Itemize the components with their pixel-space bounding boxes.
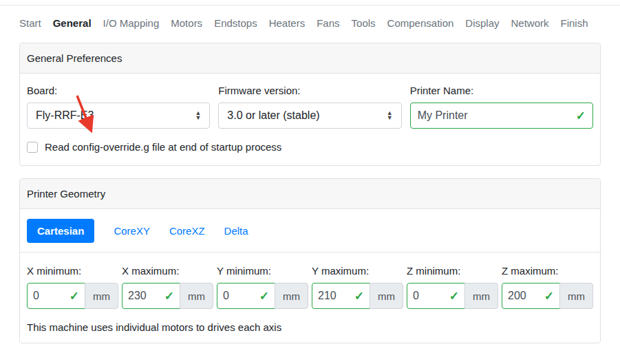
z-maximum-label: Z maximum: bbox=[502, 265, 593, 277]
nav-item-io-mapping[interactable]: I/O Mapping bbox=[103, 17, 160, 29]
y-minimum-input-wrap: ✓ bbox=[217, 283, 275, 309]
board-label: Board: bbox=[27, 85, 210, 96]
firmware-select[interactable]: 3.0 or later (stable) ▲ ▼ bbox=[218, 103, 401, 129]
nav-item-network[interactable]: Network bbox=[511, 17, 549, 29]
x-maximum-input[interactable] bbox=[128, 290, 164, 302]
nav-item-start[interactable]: Start bbox=[19, 17, 41, 29]
firmware-label: Firmware version: bbox=[218, 85, 401, 96]
unit-addon: mm bbox=[180, 283, 213, 309]
z-minimum-field: Z minimum: ✓ mm bbox=[407, 265, 498, 309]
general-preferences-card: General Preferences Board: Fly-RRF-E3 ▲ … bbox=[19, 43, 601, 166]
y-minimum-label: Y minimum: bbox=[217, 265, 308, 277]
x-minimum-input-wrap: ✓ bbox=[27, 283, 85, 309]
select-arrows-icon: ▲ ▼ bbox=[195, 111, 201, 120]
tab-corexz[interactable]: CoreXZ bbox=[169, 225, 205, 237]
x-minimum-label: X minimum: bbox=[27, 265, 118, 277]
nav-item-finish[interactable]: Finish bbox=[561, 17, 588, 29]
printer-name-input[interactable] bbox=[418, 109, 576, 122]
unit-addon: mm bbox=[370, 283, 403, 309]
x-maximum-input-wrap: ✓ bbox=[122, 283, 180, 309]
nav-item-endstops[interactable]: Endstops bbox=[214, 17, 257, 29]
y-maximum-field: Y maximum: ✓ mm bbox=[312, 265, 403, 309]
general-preferences-title: General Preferences bbox=[20, 43, 600, 74]
x-maximum-field: X maximum: ✓ mm bbox=[122, 265, 213, 309]
nav-item-motors[interactable]: Motors bbox=[171, 17, 202, 29]
tab-corexy[interactable]: CoreXY bbox=[114, 225, 150, 237]
valid-check-icon: ✓ bbox=[449, 290, 459, 302]
config-override-row: Read config-override.g file at end of st… bbox=[27, 141, 593, 153]
nav-item-heaters[interactable]: Heaters bbox=[269, 17, 306, 29]
geometry-fields: X minimum: ✓ mm X maximum: ✓ bbox=[20, 253, 600, 309]
z-maximum-input-wrap: ✓ bbox=[502, 283, 560, 309]
y-maximum-input[interactable] bbox=[318, 290, 354, 302]
z-maximum-field: Z maximum: ✓ mm bbox=[502, 265, 593, 309]
nav-item-compensation[interactable]: Compensation bbox=[387, 17, 454, 29]
printer-name-label: Printer Name: bbox=[410, 85, 593, 96]
top-divider bbox=[0, 0, 620, 6]
nav-item-display[interactable]: Display bbox=[465, 17, 499, 29]
z-minimum-label: Z minimum: bbox=[407, 265, 498, 277]
z-maximum-input[interactable] bbox=[508, 290, 544, 302]
board-field: Board: Fly-RRF-E3 ▲ ▼ bbox=[27, 85, 210, 129]
config-override-label[interactable]: Read config-override.g file at end of st… bbox=[45, 141, 281, 153]
top-nav: Start General I/O Mapping Motors Endstop… bbox=[0, 6, 620, 43]
nav-item-tools[interactable]: Tools bbox=[352, 17, 376, 29]
main-content: General Preferences Board: Fly-RRF-E3 ▲ … bbox=[0, 43, 620, 343]
valid-check-icon: ✓ bbox=[164, 290, 174, 302]
z-minimum-input-wrap: ✓ bbox=[407, 283, 465, 309]
arrow-down-icon: ▼ bbox=[387, 116, 393, 120]
arrow-down-icon: ▼ bbox=[195, 116, 201, 120]
unit-addon: mm bbox=[464, 283, 498, 309]
tab-delta[interactable]: Delta bbox=[224, 225, 248, 237]
unit-addon: mm bbox=[85, 283, 118, 309]
printer-name-field: Printer Name: ✓ bbox=[410, 85, 593, 129]
geometry-note: This machine uses individual motors to d… bbox=[20, 309, 600, 343]
printer-geometry-card: Printer Geometry Cartesian CoreXY CoreXZ… bbox=[19, 178, 601, 343]
z-minimum-input[interactable] bbox=[413, 290, 449, 302]
valid-check-icon: ✓ bbox=[259, 290, 269, 302]
valid-check-icon: ✓ bbox=[354, 290, 364, 302]
tab-cartesian[interactable]: Cartesian bbox=[27, 219, 94, 243]
nav-item-general[interactable]: General bbox=[53, 17, 92, 29]
general-preferences-body: Board: Fly-RRF-E3 ▲ ▼ Firmware version: … bbox=[20, 74, 600, 165]
x-minimum-input[interactable] bbox=[33, 290, 70, 302]
firmware-select-value: 3.0 or later (stable) bbox=[227, 109, 319, 122]
firmware-field: Firmware version: 3.0 or later (stable) … bbox=[218, 85, 401, 129]
printer-geometry-body: Cartesian CoreXY CoreXZ Delta X minimum:… bbox=[20, 209, 600, 343]
printer-geometry-title: Printer Geometry bbox=[20, 179, 600, 209]
y-minimum-input[interactable] bbox=[223, 290, 259, 302]
x-maximum-label: X maximum: bbox=[122, 265, 213, 277]
x-minimum-field: X minimum: ✓ mm bbox=[27, 265, 118, 309]
valid-check-icon: ✓ bbox=[70, 290, 79, 302]
select-arrows-icon: ▲ ▼ bbox=[387, 111, 393, 120]
unit-addon: mm bbox=[275, 283, 308, 309]
y-minimum-field: Y minimum: ✓ mm bbox=[217, 265, 308, 309]
board-select[interactable]: Fly-RRF-E3 ▲ ▼ bbox=[27, 103, 210, 129]
valid-check-icon: ✓ bbox=[576, 110, 586, 122]
board-select-value: Fly-RRF-E3 bbox=[36, 109, 94, 122]
printer-name-input-wrap: ✓ bbox=[410, 103, 593, 129]
y-maximum-label: Y maximum: bbox=[312, 265, 403, 277]
geometry-tabs: Cartesian CoreXY CoreXZ Delta bbox=[20, 209, 600, 253]
config-override-checkbox[interactable] bbox=[27, 142, 38, 153]
unit-addon: mm bbox=[559, 283, 593, 309]
nav-item-fans[interactable]: Fans bbox=[317, 17, 339, 29]
valid-check-icon: ✓ bbox=[544, 290, 554, 302]
y-maximum-input-wrap: ✓ bbox=[312, 283, 370, 309]
